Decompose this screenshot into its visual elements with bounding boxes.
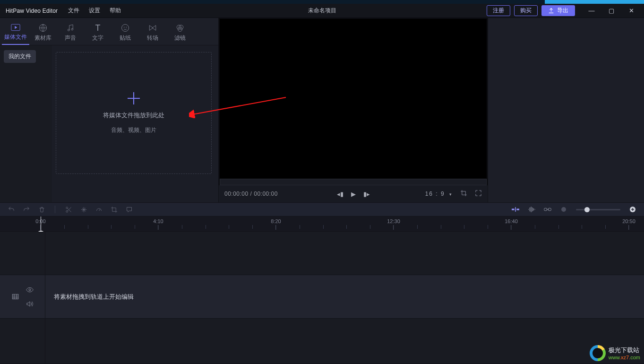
tab-media[interactable]: 媒体文件 bbox=[2, 24, 29, 45]
tab-transition-label: 转场 bbox=[147, 34, 158, 42]
zoom-in-button[interactable] bbox=[629, 206, 636, 213]
svg-point-18 bbox=[561, 207, 566, 212]
tab-transition[interactable]: 转场 bbox=[139, 24, 166, 45]
preview-scrub-bar[interactable] bbox=[220, 179, 487, 185]
next-frame-button[interactable]: ▮▸ bbox=[363, 191, 370, 198]
window-minimize-button[interactable]: ― bbox=[582, 7, 601, 14]
delete-button[interactable] bbox=[38, 206, 45, 213]
fullscreen-icon bbox=[475, 190, 482, 197]
media-dropzone[interactable]: 将媒体文件拖放到此处 音频、视频、图片 bbox=[56, 52, 212, 174]
add-media-button[interactable] bbox=[128, 92, 140, 104]
zoom-slider-knob[interactable] bbox=[584, 207, 590, 212]
waveform-toggle[interactable] bbox=[528, 206, 535, 213]
window-close-button[interactable]: ✕ bbox=[621, 7, 641, 14]
watermark-logo: 极光下载站 www.xz7.com bbox=[590, 345, 640, 361]
ruler-label: 12:30 bbox=[387, 218, 400, 224]
redo-icon bbox=[23, 206, 30, 213]
preview-playbar: 00:00:00 / 00:00:00 ◂▮ ▶ ▮▸ 16 : 9 ▾ bbox=[219, 185, 488, 202]
export-button[interactable]: 导出 bbox=[541, 5, 575, 16]
menu-file[interactable]: 文件 bbox=[63, 7, 84, 15]
watermark-swirl-icon bbox=[590, 345, 606, 361]
undo-button[interactable] bbox=[8, 206, 15, 213]
os-window-sliver bbox=[0, 0, 644, 4]
dropzone-text-secondary: 音频、视频、图片 bbox=[111, 126, 156, 134]
track-mute-toggle[interactable] bbox=[26, 300, 34, 308]
tab-media-label: 媒体文件 bbox=[4, 33, 27, 41]
dropzone-text-primary: 将媒体文件拖放到此处 bbox=[103, 111, 164, 120]
speed-button[interactable] bbox=[95, 206, 103, 213]
chat-icon bbox=[126, 206, 133, 213]
track-gutter bbox=[0, 232, 45, 275]
preview-panel: 00:00:00 / 00:00:00 ◂▮ ▶ ▮▸ 16 : 9 ▾ bbox=[218, 18, 488, 202]
tab-filter[interactable]: 滤镜 bbox=[166, 24, 194, 45]
category-tabs: 媒体文件 素材库 声音 T 文字 贴纸 bbox=[0, 18, 218, 45]
link-icon bbox=[544, 206, 551, 213]
crop-clip-icon bbox=[111, 206, 118, 213]
buy-button[interactable]: 购买 bbox=[514, 5, 538, 16]
properties-panel bbox=[488, 18, 644, 202]
svg-point-5 bbox=[124, 27, 125, 28]
video-track-body[interactable]: 将素材拖拽到轨道上开始编辑 bbox=[45, 275, 644, 318]
filmstrip-icon bbox=[12, 294, 19, 300]
scissors-icon bbox=[65, 206, 72, 213]
tab-audio[interactable]: 声音 bbox=[57, 24, 84, 45]
project-title: 未命名项目 bbox=[308, 7, 336, 15]
split-button[interactable] bbox=[65, 206, 72, 213]
sparkle-icon bbox=[80, 206, 87, 213]
track-gutter bbox=[0, 319, 45, 364]
os-window-accent bbox=[545, 0, 644, 4]
timeline-tracks: 将素材拖拽到轨道上开始编辑 bbox=[0, 232, 644, 364]
window-maximize-button[interactable]: ▢ bbox=[601, 7, 621, 14]
tab-text[interactable]: T 文字 bbox=[84, 24, 112, 45]
track-body[interactable] bbox=[45, 232, 644, 275]
register-button[interactable]: 注册 bbox=[487, 5, 510, 16]
titlebar: HitPaw Video Editor 文件 设置 帮助 未命名项目 注册 购买… bbox=[0, 4, 644, 18]
track-body[interactable] bbox=[45, 319, 644, 364]
transition-icon bbox=[148, 24, 157, 32]
svg-rect-15 bbox=[515, 207, 516, 212]
zoom-slider[interactable] bbox=[576, 209, 620, 210]
aspect-ratio-select[interactable]: 16 : 9 ▾ bbox=[425, 191, 453, 197]
track-hint-text: 将素材拖拽到轨道上开始编辑 bbox=[54, 293, 134, 301]
tab-sticker[interactable]: 贴纸 bbox=[112, 24, 139, 45]
tab-audio-label: 声音 bbox=[65, 34, 76, 42]
track-visibility-toggle[interactable] bbox=[26, 286, 34, 294]
menu-help[interactable]: 帮助 bbox=[105, 7, 126, 15]
ruler-label: 4:10 bbox=[153, 218, 163, 224]
sticker-icon bbox=[121, 24, 129, 32]
track-controls bbox=[0, 275, 45, 318]
time-total: 00:00:00 bbox=[254, 191, 278, 197]
svg-point-6 bbox=[126, 27, 127, 28]
music-icon bbox=[66, 24, 75, 32]
snap-toggle[interactable] bbox=[512, 206, 519, 213]
undo-icon bbox=[8, 206, 15, 213]
export-icon bbox=[548, 8, 554, 14]
tab-stock[interactable]: 素材库 bbox=[29, 24, 57, 45]
aspect-ratio-value: 16 : 9 bbox=[425, 191, 445, 197]
timeline-ruler[interactable]: 0:00 4:10 8:20 12:30 16:40 20:50 bbox=[0, 217, 644, 232]
media-icon bbox=[11, 24, 20, 31]
zoom-out-button[interactable] bbox=[560, 206, 567, 213]
trash-icon bbox=[38, 206, 45, 213]
minus-circle-icon bbox=[561, 207, 567, 212]
crop-button[interactable] bbox=[460, 190, 467, 198]
menu-settings[interactable]: 设置 bbox=[84, 7, 105, 15]
marker-button[interactable] bbox=[125, 206, 133, 213]
my-files-pill[interactable]: 我的文件 bbox=[4, 50, 36, 63]
prev-frame-button[interactable]: ◂▮ bbox=[337, 191, 343, 198]
track-thumb-button[interactable] bbox=[12, 293, 19, 301]
fullscreen-button[interactable] bbox=[475, 190, 482, 198]
media-subnav: 我的文件 bbox=[0, 45, 52, 202]
tab-sticker-label: 贴纸 bbox=[120, 34, 131, 42]
crop-clip-button[interactable] bbox=[110, 206, 118, 213]
play-button[interactable]: ▶ bbox=[351, 191, 356, 198]
redo-button[interactable] bbox=[23, 206, 30, 213]
link-toggle[interactable] bbox=[544, 206, 551, 213]
app-brand: HitPaw Video Editor bbox=[0, 8, 63, 14]
crop-icon bbox=[460, 190, 467, 197]
adjust-button[interactable] bbox=[80, 206, 87, 213]
media-panel: 媒体文件 素材库 声音 T 文字 贴纸 bbox=[0, 18, 218, 202]
svg-rect-14 bbox=[516, 208, 519, 210]
svg-rect-22 bbox=[12, 295, 18, 299]
ruler-label: 8:20 bbox=[271, 218, 281, 224]
